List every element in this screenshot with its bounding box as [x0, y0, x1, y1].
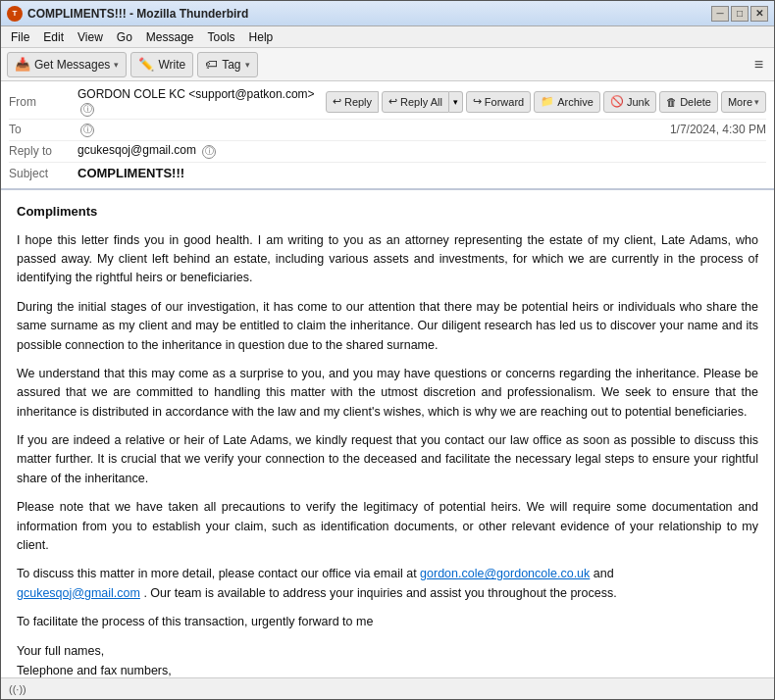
delete-button[interactable]: 🗑 Delete [659, 91, 718, 113]
forward-button[interactable]: ↪ Forward [466, 91, 531, 113]
email-actions: ↩ Reply ↩ Reply All ▾ ↪ Forward 📁 [326, 91, 766, 113]
to-info-icon[interactable]: ⓘ [80, 124, 94, 137]
status-icon: ((·)) [9, 683, 26, 695]
from-value: GORDON COLE KC <support@patkon.com> ⓘ [78, 87, 326, 117]
reply-all-button[interactable]: ↩ Reply All [382, 91, 449, 113]
to-row: To ⓘ 1/7/2024, 4:30 PM [9, 120, 766, 141]
close-button[interactable]: ✕ [750, 6, 768, 22]
reply-label: Reply [344, 96, 372, 108]
more-button[interactable]: More ▾ [721, 91, 766, 113]
list-item-1: Your full names, [17, 641, 758, 661]
junk-button[interactable]: 🚫 Junk [603, 91, 656, 113]
email-paragraph-2: During the initial stages of our investi… [17, 298, 758, 355]
email-paragraph-5: Please note that we have taken all preca… [17, 498, 758, 555]
forward-icon: ↪ [473, 95, 482, 108]
email-forward-request: To facilitate the process of this transa… [17, 613, 758, 631]
hamburger-menu[interactable]: ≡ [749, 53, 768, 76]
email-link-1[interactable]: gordon.cole@gordoncole.co.uk [420, 567, 590, 580]
subject-label: Subject [9, 167, 78, 180]
window-controls: ─ □ ✕ [711, 6, 768, 22]
to-label: To [9, 123, 78, 136]
email-contact-line: To discuss this matter in more detail, p… [17, 565, 758, 603]
from-row: From GORDON COLE KC <support@patkon.com>… [9, 85, 766, 120]
email-container: Compliments I hope this letter finds you… [1, 190, 774, 678]
delete-icon: 🗑 [666, 96, 677, 108]
junk-icon: 🚫 [610, 95, 624, 108]
tag-icon: 🏷 [205, 57, 218, 72]
reply-all-dropdown[interactable]: ▾ [449, 91, 463, 113]
maximize-button[interactable]: □ [731, 6, 749, 22]
archive-label: Archive [557, 96, 594, 108]
tag-dropdown[interactable]: ▾ [245, 60, 250, 70]
email-paragraph-3: We understand that this may come as a su… [17, 365, 758, 422]
write-label: Write [158, 58, 185, 72]
delete-label: Delete [680, 96, 711, 108]
list-item-2: Telephone and fax numbers, [17, 661, 758, 677]
to-value: ⓘ [78, 122, 670, 137]
subject-value: COMPLIMENTS!!! [78, 166, 766, 180]
email-link-2[interactable]: gcukesqoj@gmail.com [17, 586, 140, 600]
window-title: COMPLIMENTS!!! - Mozilla Thunderbird [27, 7, 711, 21]
reply-to-value: gcukesqoj@gmail.com ⓘ [78, 143, 766, 159]
email-body: Compliments I hope this letter finds you… [1, 190, 774, 678]
reply-to-row: Reply to gcukesqoj@gmail.com ⓘ [9, 141, 766, 163]
menu-view[interactable]: View [72, 28, 109, 46]
get-messages-label: Get Messages [34, 58, 110, 72]
more-label: More [728, 96, 752, 108]
from-label: From [9, 95, 78, 109]
write-icon: ✏️ [138, 57, 154, 72]
forward-label: Forward [485, 96, 524, 108]
get-messages-dropdown[interactable]: ▾ [114, 60, 119, 70]
get-messages-button[interactable]: 📥 Get Messages ▾ [7, 52, 127, 77]
from-info-icon[interactable]: ⓘ [80, 103, 94, 117]
menu-message[interactable]: Message [140, 28, 200, 46]
reply-all-icon: ↩ [388, 95, 397, 108]
archive-icon: 📁 [541, 95, 554, 108]
reply-button-group: ↩ Reply [326, 91, 379, 113]
archive-button[interactable]: 📁 Archive [534, 91, 600, 113]
reply-all-label: Reply All [400, 96, 442, 108]
status-bar: ((·)) [1, 677, 774, 699]
date-value: 1/7/2024, 4:30 PM [670, 123, 766, 136]
reply-all-button-group: ↩ Reply All ▾ [382, 91, 463, 113]
more-dropdown-arrow: ▾ [754, 97, 759, 107]
reply-icon: ↩ [333, 95, 341, 108]
menu-edit[interactable]: Edit [37, 28, 70, 46]
email-header: From GORDON COLE KC <support@patkon.com>… [1, 81, 774, 190]
subject-row: Subject COMPLIMENTS!!! [9, 163, 766, 184]
toolbar: 📥 Get Messages ▾ ✏️ Write 🏷 Tag ▾ ≡ [1, 48, 774, 81]
minimize-button[interactable]: ─ [711, 6, 729, 22]
menu-help[interactable]: Help [243, 28, 280, 46]
tag-label: Tag [222, 58, 240, 72]
reply-to-label: Reply to [9, 144, 78, 158]
menu-go[interactable]: Go [111, 28, 138, 46]
write-button[interactable]: ✏️ Write [130, 52, 193, 77]
tag-button[interactable]: 🏷 Tag ▾ [197, 52, 257, 77]
menu-file[interactable]: File [5, 28, 35, 46]
menu-bar: File Edit View Go Message Tools Help [1, 26, 774, 48]
get-messages-icon: 📥 [15, 57, 30, 72]
title-bar: T COMPLIMENTS!!! - Mozilla Thunderbird ─… [1, 1, 774, 26]
reply-button[interactable]: ↩ Reply [326, 91, 379, 113]
menu-tools[interactable]: Tools [202, 28, 241, 46]
reply-to-info-icon[interactable]: ⓘ [202, 145, 216, 159]
app-icon: T [7, 6, 23, 22]
email-paragraph-1: I hope this letter finds you in good hea… [17, 231, 758, 288]
junk-label: Junk [627, 96, 649, 108]
email-paragraph-4: If you are indeed a relative or heir of … [17, 431, 758, 488]
main-window: T COMPLIMENTS!!! - Mozilla Thunderbird ─… [0, 0, 775, 700]
email-heading: Compliments [17, 202, 758, 222]
email-list: Your full names, Telephone and fax numbe… [17, 641, 758, 677]
